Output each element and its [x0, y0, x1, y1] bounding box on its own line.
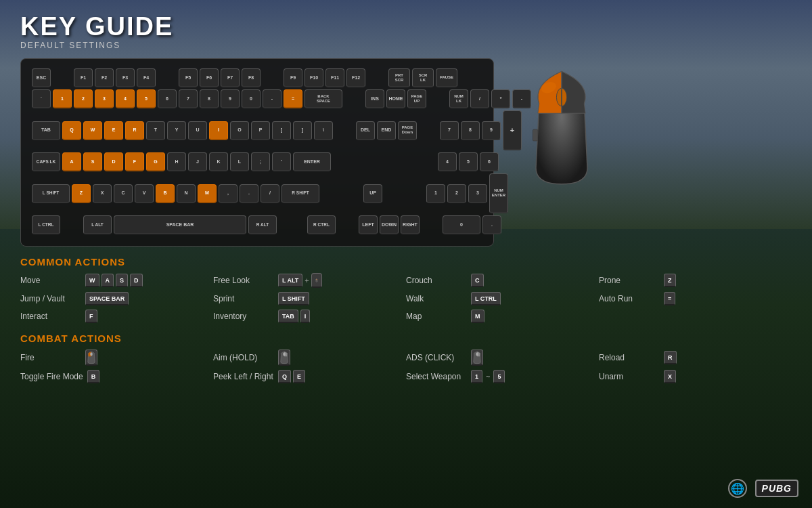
key-lctrl: L CTRL [32, 215, 60, 234]
key-p: P [251, 121, 270, 140]
key-spacer15 [342, 184, 361, 203]
action-aim: Aim (HOLD) [213, 350, 406, 366]
key-o: O [230, 121, 249, 140]
svg-point-8 [476, 352, 478, 356]
action-jump-keys: SPACE BAR [85, 292, 129, 305]
key-badge-r: R [664, 351, 677, 364]
key-end: END [377, 121, 396, 140]
action-aim-label: Aim (HOLD) [213, 353, 274, 362]
key-rbracket: ] [293, 121, 312, 140]
key-f8: F8 [242, 68, 261, 87]
globe-icon[interactable]: 🌐 [728, 479, 747, 498]
key-lbracket: [ [272, 121, 291, 140]
key-numdot: . [482, 215, 501, 234]
key-badge-q-peek: Q [278, 370, 291, 383]
action-prone-keys: Z [664, 274, 676, 287]
key-y: Y [167, 121, 186, 140]
key-z: Z [72, 184, 91, 203]
content-area: KEY GUIDE DEFAULT SETTINGS ESC F1 F2 F3 … [0, 0, 812, 508]
key-badge-spacebar: SPACE BAR [85, 292, 129, 305]
mouse-illustration [518, 65, 606, 194]
action-reload-keys: R [664, 351, 677, 364]
key-numslash: / [470, 89, 489, 108]
key-badge-lshift: L SHIFT [278, 292, 309, 305]
key-f2: F2 [95, 68, 114, 87]
action-selectweapon-keys: 1 ~ 5 [471, 370, 505, 383]
key-minus: - [263, 89, 281, 108]
key-down: DOWN [380, 215, 399, 234]
action-jump-label: Jump / Vault [20, 294, 81, 303]
key-l: L [230, 152, 249, 171]
key-d: D [104, 152, 123, 171]
key-spacer12 [396, 152, 415, 171]
key-f3: F3 [116, 68, 135, 87]
key-badge-f: F [85, 310, 97, 323]
action-walk-keys: L CTRL [471, 292, 501, 305]
key-badge-tab: TAB [278, 310, 298, 323]
key-spacer1 [53, 68, 72, 87]
key-badge-s: S [116, 274, 128, 287]
action-inventory-keys: TAB I [278, 310, 310, 323]
key-num4: 4 [438, 152, 457, 171]
key-badge-lmb [85, 350, 97, 366]
key-f11: F11 [325, 68, 344, 87]
key-i: I [209, 121, 228, 140]
keyboard-row-3: TAB Q W E R T Y U I O P [ ] \ DEL END PA… [32, 110, 482, 150]
keyboard-row-2: ` 1 2 3 4 5 6 7 8 9 0 - = BACKSPACE INS … [32, 89, 482, 108]
key-spacer9 [333, 152, 352, 171]
key-badge-a: A [102, 274, 114, 287]
action-firemode-label: Toggle Fire Mode [20, 372, 83, 381]
key-badge-rmb-aim [278, 350, 290, 366]
action-freelook-keys: L ALT + [278, 273, 322, 288]
action-prone: Prone Z [599, 273, 792, 288]
key-spacer7 [335, 121, 354, 140]
plus-icon: + [304, 276, 309, 284]
key-pause: PAUSE [436, 68, 457, 87]
action-move: Move W A S D [20, 273, 213, 288]
key-b: B [156, 184, 175, 203]
key-n: N [177, 184, 196, 203]
key-t: T [146, 121, 165, 140]
action-peek-keys: Q E [278, 370, 305, 383]
key-badge-5-weapon: 5 [493, 370, 505, 383]
key-ralt: R ALT [248, 215, 277, 234]
action-reload: Reload R [599, 350, 792, 366]
key-rshift: R SHIFT [281, 184, 319, 203]
action-crouch: Crouch C [406, 273, 599, 288]
key-tab: TAB [32, 121, 60, 140]
key-r: R [125, 121, 144, 140]
key-9: 9 [221, 89, 240, 108]
action-move-keys: W A S D [85, 274, 143, 287]
action-map-keys: M [471, 310, 484, 323]
key-badge-w: W [85, 274, 99, 287]
svg-point-6 [90, 352, 93, 356]
key-badge-lalt: L ALT [278, 274, 302, 287]
key-badge-lctrl: L CTRL [471, 292, 501, 305]
key-numenter: NUMENTER [489, 173, 508, 213]
key-k: K [209, 152, 228, 171]
action-walk: Walk L CTRL [406, 292, 599, 305]
key-f1: F1 [74, 68, 93, 87]
key-left: LEFT [359, 215, 378, 234]
key-badge-e-peek: E [293, 370, 305, 383]
key-num6: 6 [480, 152, 499, 171]
action-selectweapon: Select Weapon 1 ~ 5 [406, 370, 599, 383]
footer: 🌐 PUBG [728, 479, 798, 498]
key-f9: F9 [284, 68, 302, 87]
key-f10: F10 [304, 68, 323, 87]
key-spacer5 [344, 89, 363, 108]
action-freelook-label: Free Look [213, 276, 274, 285]
key-spacer18 [300, 215, 305, 234]
key-q: Q [62, 121, 81, 140]
key-spacebar: SPACE BAR [114, 215, 246, 234]
key-spacer6 [428, 89, 447, 108]
key-s: S [83, 152, 102, 171]
key-f12: F12 [346, 68, 365, 87]
action-ads: ADS (CLICK) [406, 350, 599, 366]
svg-point-7 [283, 352, 286, 356]
key-badge-1-weapon: 1 [471, 370, 482, 383]
key-2: 2 [74, 89, 93, 108]
key-num2: 2 [447, 184, 466, 203]
key-badge-i: I [300, 310, 311, 323]
key-num0: 0 [443, 215, 480, 234]
